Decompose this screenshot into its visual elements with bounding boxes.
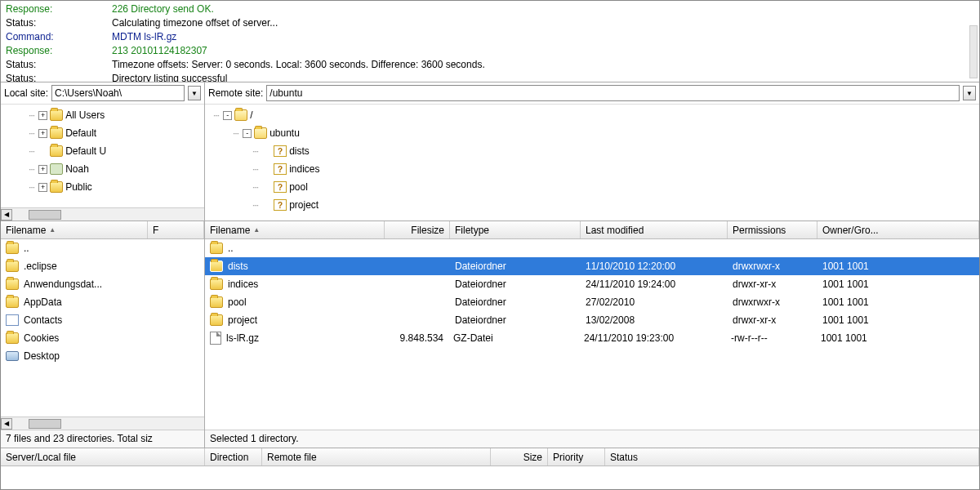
log-value: Calculating timezone offset of server... — [112, 16, 974, 30]
remote-site-input[interactable] — [266, 85, 960, 101]
log-label: Status: — [6, 16, 112, 30]
list-item[interactable]: Desktop — [1, 347, 204, 365]
unknown-folder-icon: ? — [274, 145, 287, 157]
filesize-cell: 9.848.534 — [383, 332, 448, 344]
tree-label: ubuntu — [270, 127, 300, 139]
expand-toggle[interactable]: - — [243, 129, 252, 138]
folder-icon — [210, 278, 223, 290]
permissions-cell: drwxr-xr-x — [728, 278, 817, 290]
tree-label: Default — [65, 127, 96, 139]
log-label: Response: — [6, 2, 112, 16]
list-item[interactable]: poolDateiordner27/02/2010drwxrwxr-x1001 … — [205, 293, 979, 311]
local-tree[interactable]: ····+All Users····+Default····Default U·… — [1, 105, 204, 207]
q-col-remote[interactable]: Remote file — [262, 448, 491, 466]
filename-cell: AppData — [19, 296, 204, 308]
log-value: 226 Directory send OK. — [112, 2, 974, 16]
permissions-cell: drwxr-xr-x — [728, 314, 817, 326]
col-f[interactable]: F — [148, 221, 204, 238]
col-filesize[interactable]: Filesize — [385, 221, 450, 238]
expand-toggle[interactable]: + — [38, 129, 47, 138]
folder-icon — [50, 181, 63, 193]
list-item[interactable]: Anwendungsdat... — [1, 275, 204, 293]
owner-cell: 1001 1001 — [817, 261, 979, 272]
local-status: 7 files and 23 directories. Total siz — [1, 430, 204, 448]
col-permissions[interactable]: Permissions — [728, 221, 817, 238]
remote-status: Selected 1 directory. — [205, 430, 979, 448]
list-item[interactable]: .. — [1, 239, 204, 257]
local-file-list: Filename▲ F ...eclipseAnwendungsdat...Ap… — [1, 221, 205, 448]
filename-cell: Desktop — [19, 350, 204, 362]
list-item[interactable]: projectDateiordner13/02/2008drwxr-xr-x10… — [205, 311, 979, 329]
local-files-hscroll[interactable]: ◀ — [1, 416, 204, 430]
remote-tree[interactable]: ····-/····-ubuntu····?dists····?indices·… — [205, 105, 979, 220]
folder-icon — [50, 127, 63, 139]
remote-site-label: Remote site: — [208, 87, 263, 99]
list-item[interactable]: ls-lR.gz9.848.534GZ-Datei24/11/2010 19:2… — [205, 329, 979, 347]
local-tree-hscroll[interactable]: ◀ — [1, 207, 204, 220]
tree-node[interactable]: ····-/ — [207, 106, 978, 124]
filename-cell: dists — [223, 261, 385, 272]
col-filetype[interactable]: Filetype — [450, 221, 581, 238]
tree-node[interactable]: ····-ubuntu — [207, 124, 978, 142]
filename-cell: pool — [223, 296, 385, 308]
expand-toggle[interactable]: - — [223, 111, 232, 120]
list-item[interactable]: distsDateiordner11/10/2010 12:20:00drwxr… — [205, 257, 979, 275]
col-modified[interactable]: Last modified — [581, 221, 728, 238]
list-item[interactable]: AppData — [1, 293, 204, 311]
tree-label: dists — [289, 145, 310, 157]
q-col-size[interactable]: Size — [491, 448, 548, 466]
list-item[interactable]: .eclipse — [1, 257, 204, 275]
filename-cell: Cookies — [19, 332, 204, 344]
folder-icon — [210, 243, 223, 254]
filename-cell: ls-lR.gz — [221, 332, 383, 344]
tree-label: / — [250, 109, 252, 121]
folder-icon — [6, 261, 19, 272]
user-folder-icon — [50, 163, 63, 175]
col-filename[interactable]: Filename▲ — [1, 221, 148, 238]
tree-node[interactable]: ····+Default — [2, 124, 203, 142]
modified-cell: 24/11/2010 19:23:00 — [579, 332, 726, 344]
unknown-folder-icon: ? — [274, 199, 287, 211]
list-item[interactable]: Cookies — [1, 329, 204, 347]
q-col-direction[interactable]: Direction — [205, 448, 262, 466]
tree-node[interactable]: ····+Public — [2, 178, 203, 196]
q-col-status[interactable]: Status — [605, 448, 979, 466]
contacts-icon — [6, 314, 19, 326]
log-label: Command: — [6, 30, 112, 44]
tree-node[interactable]: ····?indices — [207, 160, 978, 178]
tree-node[interactable]: ····?dists — [207, 142, 978, 160]
filename-cell: .eclipse — [19, 261, 204, 272]
col-filename[interactable]: Filename▲ — [205, 221, 385, 238]
filetype-cell: Dateiordner — [450, 314, 581, 326]
q-col-priority[interactable]: Priority — [548, 448, 605, 466]
local-site-input[interactable] — [51, 85, 185, 101]
modified-cell: 13/02/2008 — [581, 314, 728, 326]
tree-label: pool — [289, 181, 308, 193]
q-col-server[interactable]: Server/Local file — [1, 448, 205, 466]
local-site-dropdown[interactable]: ▼ — [188, 86, 201, 100]
list-item[interactable]: .. — [205, 239, 979, 257]
log-scrollbar[interactable] — [969, 25, 978, 78]
tree-label: indices — [289, 163, 319, 175]
log-label: Response: — [6, 44, 112, 58]
expand-toggle[interactable]: + — [38, 111, 47, 120]
expand-toggle[interactable]: + — [38, 165, 47, 174]
tree-node[interactable]: ····?pool — [207, 178, 978, 196]
remote-site-dropdown[interactable]: ▼ — [963, 86, 976, 100]
folder-icon — [6, 332, 19, 344]
remote-tree-pane: Remote site: ▼ ····-/····-ubuntu····?dis… — [205, 82, 979, 220]
folder-open-icon — [254, 127, 267, 139]
folder-open-icon — [234, 109, 247, 121]
col-owner[interactable]: Owner/Gro... — [817, 221, 979, 238]
expand-toggle[interactable]: + — [38, 183, 47, 192]
list-item[interactable]: Contacts — [1, 311, 204, 329]
list-item[interactable]: indicesDateiordner24/11/2010 19:24:00drw… — [205, 275, 979, 293]
tree-node[interactable]: ····Default U — [2, 142, 203, 160]
tree-node[interactable]: ····?project — [207, 196, 978, 214]
tree-node[interactable]: ····+All Users — [2, 106, 203, 124]
log-panel: Response:226 Directory send OK.Status:Ca… — [1, 1, 979, 82]
filename-cell: .. — [19, 243, 204, 254]
tree-node[interactable]: ····+Noah — [2, 160, 203, 178]
filetype-cell: Dateiordner — [450, 261, 581, 272]
permissions-cell: drwxrwxr-x — [728, 261, 817, 272]
